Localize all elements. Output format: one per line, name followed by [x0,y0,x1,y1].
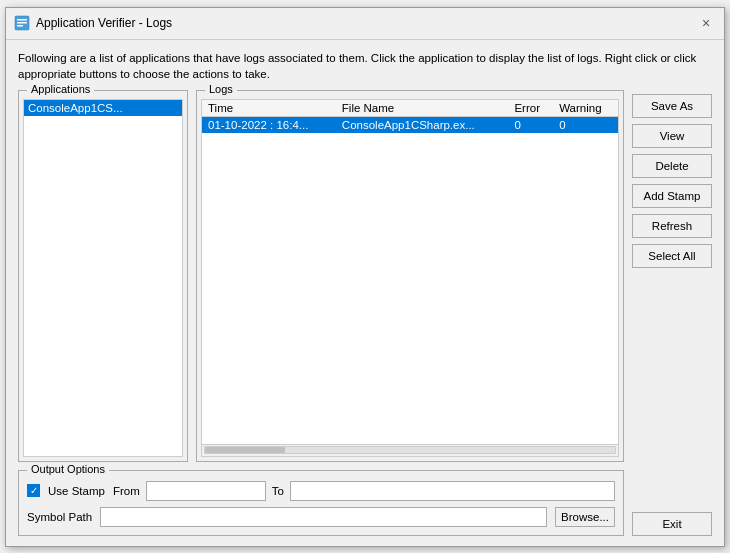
window-title: Application Verifier - Logs [36,16,172,30]
save-as-button[interactable]: Save As [632,94,712,118]
close-button[interactable]: × [696,13,716,33]
description-text: Following are a list of applications tha… [18,50,712,82]
main-area: Applications ConsoleApp1CS... Logs [18,90,712,462]
symbol-path-input[interactable] [100,507,547,527]
logs-table-header: Time File Name Error Warning [202,100,618,117]
title-bar: Application Verifier - Logs × [6,8,724,40]
action-buttons: Save As View Delete Add Stamp Refresh Se… [632,90,712,462]
symbol-path-row: Symbol Path Browse... [27,507,615,527]
exit-button[interactable]: Exit [632,512,712,536]
col-filename: File Name [336,100,509,117]
panel-group: Applications ConsoleApp1CS... Logs [18,90,624,462]
logs-group: Logs Time File Name Error Warning [196,90,624,462]
to-input[interactable] [290,481,615,501]
logs-table-body: 01-10-2022 : 16:4... ConsoleApp1CSharp.e… [202,116,618,133]
cell-warning: 0 [553,116,618,133]
applications-label: Applications [27,83,94,95]
use-stamp-label: Use Stamp [48,485,105,497]
logs-label: Logs [205,83,237,95]
exit-btn-wrapper: Exit [632,512,712,536]
table-row[interactable]: 01-10-2022 : 16:4... ConsoleApp1CSharp.e… [202,116,618,133]
svg-rect-2 [17,22,27,24]
col-warning: Warning [553,100,618,117]
col-error: Error [508,100,553,117]
delete-button[interactable]: Delete [632,154,712,178]
content-area: Following are a list of applications tha… [6,40,724,546]
add-stamp-button[interactable]: Add Stamp [632,184,712,208]
cell-time: 01-10-2022 : 16:4... [202,116,336,133]
scrollbar-thumb[interactable] [205,447,285,453]
col-time: Time [202,100,336,117]
output-options-label: Output Options [27,463,109,475]
logs-scroll-area[interactable]: Time File Name Error Warning 01-10-2022 … [201,99,619,457]
from-to-group: From To [113,481,615,501]
symbol-path-label: Symbol Path [27,511,92,523]
main-window: Application Verifier - Logs × Following … [5,7,725,547]
svg-rect-3 [17,25,23,27]
browse-button[interactable]: Browse... [555,507,615,527]
logs-table: Time File Name Error Warning 01-10-2022 … [202,100,618,133]
applications-list[interactable]: ConsoleApp1CS... [23,99,183,457]
bottom-area: Output Options Use Stamp From To Symbol … [18,470,712,536]
from-label: From [113,485,140,497]
output-options-group: Output Options Use Stamp From To Symbol … [18,470,624,536]
svg-rect-1 [17,19,27,21]
refresh-button[interactable]: Refresh [632,214,712,238]
app-icon [14,15,30,31]
from-input[interactable] [146,481,266,501]
select-all-button[interactable]: Select All [632,244,712,268]
view-button[interactable]: View [632,124,712,148]
applications-group: Applications ConsoleApp1CS... [18,90,188,462]
to-label: To [272,485,284,497]
use-stamp-checkbox[interactable] [27,484,40,497]
use-stamp-row: Use Stamp From To [27,481,615,501]
horizontal-scrollbar[interactable] [202,444,618,456]
title-bar-left: Application Verifier - Logs [14,15,172,31]
list-item[interactable]: ConsoleApp1CS... [24,100,182,116]
cell-error: 0 [508,116,553,133]
cell-filename: ConsoleApp1CSharp.ex... [336,116,509,133]
